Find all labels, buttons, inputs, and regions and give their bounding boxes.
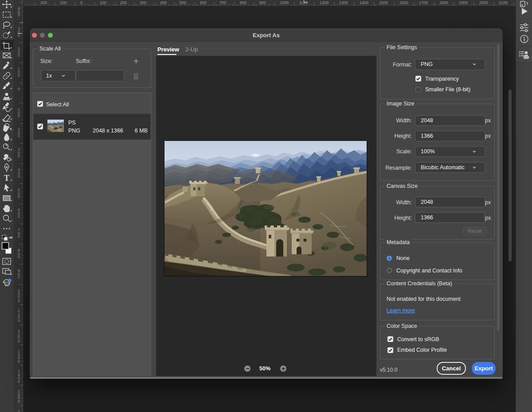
svg-text:T: T xyxy=(4,173,10,183)
